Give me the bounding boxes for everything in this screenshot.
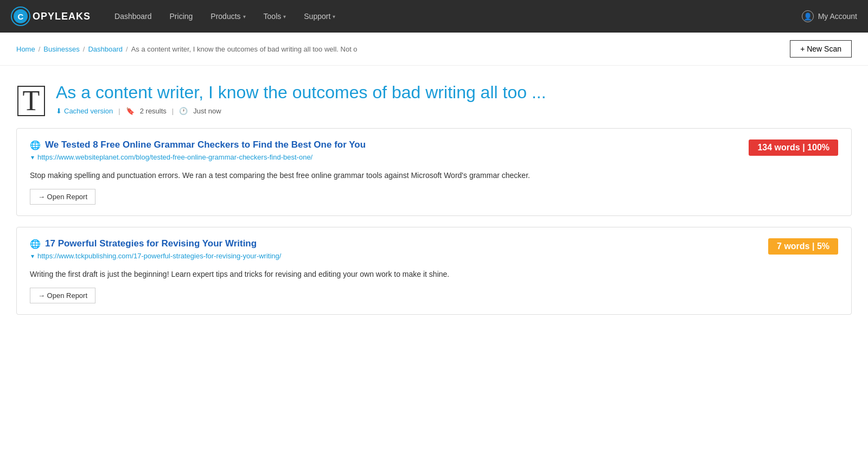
brand-logo-area[interactable]: C OPYLEAKS [11,7,91,26]
account-label: My Account [818,12,857,21]
result-card-1: 🌐 We Tested 8 Free Online Grammar Checke… [16,128,852,216]
brand-letter: C [18,12,24,21]
breadcrumb: Home / Businesses / Dashboard / As a con… [16,45,358,53]
result-title-row-2: 🌐 17 Powerful Strategies for Revising Yo… [30,238,281,249]
scan-meta: ⬇ Cached version | 🔖 2 results | 🕐 Just … [56,107,546,115]
scan-header: T As a content writer, I know the outcom… [16,82,852,117]
nav-products[interactable]: Products ▾ [203,8,253,25]
result-title-area-1: 🌐 We Tested 8 Free Online Grammar Checke… [30,139,366,167]
tools-chevron-icon: ▾ [283,14,286,20]
open-report-button-2[interactable]: → Open Report [30,288,95,303]
nav-tools[interactable]: Tools ▾ [256,8,294,25]
brand-name: OPYLEAKS [33,11,91,22]
bookmark-icon: 🔖 [126,107,135,115]
result-badge-1: 134 words | 100% [749,139,838,156]
main-content: T As a content writer, I know the outcom… [0,66,868,342]
support-chevron-icon: ▾ [333,14,335,20]
products-chevron-icon: ▾ [243,14,246,20]
brand-logo-inner: C [14,9,28,23]
result-url-row-1: ▾ https://www.websiteplanet.com/blog/tes… [31,153,366,161]
result-url-1[interactable]: https://www.websiteplanet.com/blog/teste… [37,153,312,161]
breadcrumb-dashboard[interactable]: Dashboard [88,45,123,53]
nav-links: Dashboard Pricing Products ▾ Tools ▾ Sup… [107,8,802,25]
result-badge-2: 7 words | 5% [768,238,838,255]
result-card-2: 🌐 17 Powerful Strategies for Revising Yo… [16,227,852,315]
text-t-icon: T [17,86,46,116]
result-header-1: 🌐 We Tested 8 Free Online Grammar Checke… [30,139,838,167]
result-header-2: 🌐 17 Powerful Strategies for Revising Yo… [30,238,838,265]
brand-logo-circle: C [11,7,30,26]
url-arrow-2: ▾ [31,252,34,260]
results-count: 2 results [140,107,167,115]
scan-timestamp: Just now [193,107,221,115]
nav-dashboard[interactable]: Dashboard [107,8,159,25]
globe-icon-2: 🌐 [30,239,41,249]
breadcrumb-businesses[interactable]: Businesses [43,45,79,53]
account-menu[interactable]: 👤 My Account [802,10,857,22]
clock-icon: 🕐 [179,107,188,115]
new-scan-button[interactable]: + New Scan [790,40,852,58]
meta-sep-2: | [172,107,174,115]
meta-sep-1: | [118,107,120,115]
globe-icon-1: 🌐 [30,140,41,150]
result-description-1: Stop making spelling and punctuation err… [30,170,838,181]
scan-text-icon: T [16,85,46,117]
result-title-1[interactable]: We Tested 8 Free Online Grammar Checkers… [45,139,366,150]
breadcrumb-home[interactable]: Home [16,45,35,53]
navbar: C OPYLEAKS Dashboard Pricing Products ▾ … [0,0,868,33]
download-icon: ⬇ [56,107,62,115]
breadcrumb-sep-3: / [126,45,128,53]
breadcrumb-current: As a content writer, I know the outcomes… [131,45,358,53]
account-icon: 👤 [802,10,814,22]
result-url-row-2: ▾ https://www.tckpublishing.com/17-power… [31,252,281,260]
result-title-area-2: 🌐 17 Powerful Strategies for Revising Yo… [30,238,281,265]
breadcrumb-sep-1: / [39,45,41,53]
open-report-button-1[interactable]: → Open Report [30,189,95,205]
scan-title-area: As a content writer, I know the outcomes… [56,82,546,115]
result-url-2[interactable]: https://www.tckpublishing.com/17-powerfu… [37,252,281,260]
cached-version-link[interactable]: ⬇ Cached version [56,107,113,115]
scan-title: As a content writer, I know the outcomes… [56,82,546,103]
breadcrumb-sep-2: / [83,45,85,53]
nav-support[interactable]: Support ▾ [296,8,343,25]
url-arrow-1: ▾ [31,154,34,161]
result-description-2: Writing the first draft is just the begi… [30,269,838,280]
result-title-row-1: 🌐 We Tested 8 Free Online Grammar Checke… [30,139,366,150]
nav-pricing[interactable]: Pricing [162,8,201,25]
breadcrumb-bar: Home / Businesses / Dashboard / As a con… [0,33,868,66]
result-title-2[interactable]: 17 Powerful Strategies for Revising Your… [45,238,257,249]
